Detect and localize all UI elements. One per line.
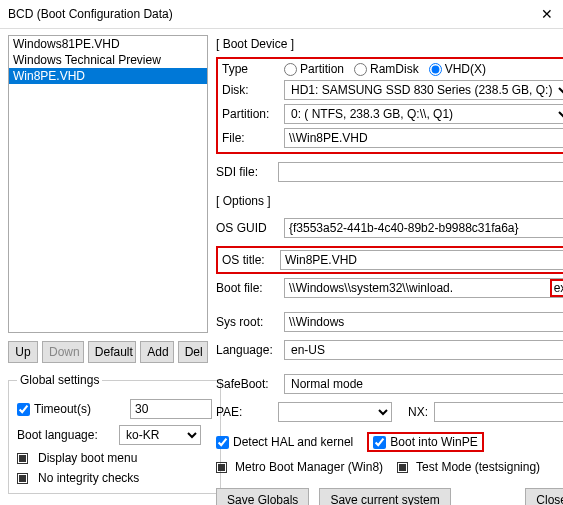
add-button[interactable]: Add — [140, 341, 173, 363]
partition-select[interactable]: 0: ( NTFS, 238.3 GB, Q:\\, Q1) — [284, 104, 563, 124]
guid-label: OS GUID — [216, 221, 278, 235]
up-button[interactable]: Up — [8, 341, 38, 363]
global-settings-group: Global settings Timeout(s) Boot language… — [8, 373, 221, 494]
del-button[interactable]: Del — [178, 341, 208, 363]
sysroot-input[interactable] — [284, 312, 563, 332]
type-ramdisk-radio[interactable] — [354, 63, 367, 76]
list-item[interactable]: Win8PE.VHD — [9, 68, 207, 84]
bootlang-select[interactable]: ko-KR — [119, 425, 201, 445]
sdi-input[interactable] — [278, 162, 563, 182]
down-button[interactable]: Down — [42, 341, 84, 363]
type-label: Type — [222, 62, 278, 76]
no-integrity-label: No integrity checks — [38, 471, 139, 485]
window-title: BCD (Boot Configuration Data) — [8, 7, 173, 21]
disk-label: Disk: — [222, 83, 278, 97]
safeboot-label: SafeBoot: — [216, 377, 278, 391]
display-boot-menu-label: Display boot menu — [38, 451, 137, 465]
boot-entries-list[interactable]: Windows81PE.VHD Windows Technical Previe… — [8, 35, 208, 333]
options-section-label: [ Options ] — [216, 194, 563, 208]
detect-hal-label: Detect HAL and kernel — [233, 435, 353, 449]
file-label: File: — [222, 131, 278, 145]
save-current-button[interactable]: Save current system — [319, 488, 450, 505]
nx-select[interactable] — [434, 402, 563, 422]
square-icon[interactable] — [397, 462, 408, 473]
timeout-label: Timeout(s) — [34, 402, 124, 416]
sysroot-label: Sys root: — [216, 315, 278, 329]
metro-label: Metro Boot Manager (Win8) — [235, 460, 383, 474]
list-item[interactable]: Windows Technical Preview — [9, 52, 207, 68]
default-button[interactable]: Default — [88, 341, 136, 363]
save-globals-button[interactable]: Save Globals — [216, 488, 309, 505]
global-settings-legend: Global settings — [17, 373, 102, 387]
bootlang-label: Boot language: — [17, 428, 113, 442]
partition-label: Partition: — [222, 107, 278, 121]
square-icon[interactable] — [216, 462, 227, 473]
boot-winpe-label: Boot into WinPE — [390, 435, 477, 449]
ostitle-label: OS title: — [222, 253, 274, 267]
detect-hal-checkbox[interactable] — [216, 436, 229, 449]
bootfile-ext-highlight: exe — [550, 279, 563, 297]
disk-select[interactable]: HD1: SAMSUNG SSD 830 Series (238.5 GB, Q… — [284, 80, 563, 100]
safeboot-select[interactable]: Normal mode — [284, 374, 563, 394]
testmode-label: Test Mode (testsigning) — [416, 460, 540, 474]
boot-device-group: Type Partition RamDisk VHD(X) Disk: HD1:… — [216, 57, 563, 154]
boot-winpe-checkbox[interactable] — [373, 436, 386, 449]
guid-input[interactable] — [284, 218, 563, 238]
nx-label: NX: — [398, 405, 428, 419]
boot-device-section-label: [ Boot Device ] — [216, 37, 563, 51]
square-icon[interactable] — [17, 473, 28, 484]
pae-select[interactable] — [278, 402, 392, 422]
square-icon[interactable] — [17, 453, 28, 464]
type-vhdx-radio[interactable] — [429, 63, 442, 76]
timeout-input[interactable] — [130, 399, 212, 419]
close-button[interactable]: Close — [525, 488, 563, 505]
language-select[interactable]: en-US — [284, 340, 563, 360]
bootfile-input[interactable] — [285, 279, 550, 297]
sdi-label: SDI file: — [216, 165, 272, 179]
bootfile-label: Boot file: — [216, 281, 278, 295]
ostitle-input[interactable] — [280, 250, 563, 270]
type-partition-radio[interactable] — [284, 63, 297, 76]
pae-label: PAE: — [216, 405, 272, 419]
file-input[interactable] — [284, 128, 563, 148]
list-item[interactable]: Windows81PE.VHD — [9, 36, 207, 52]
timeout-checkbox[interactable] — [17, 403, 30, 416]
language-label: Language: — [216, 343, 278, 357]
close-icon[interactable]: ✕ — [541, 6, 553, 22]
